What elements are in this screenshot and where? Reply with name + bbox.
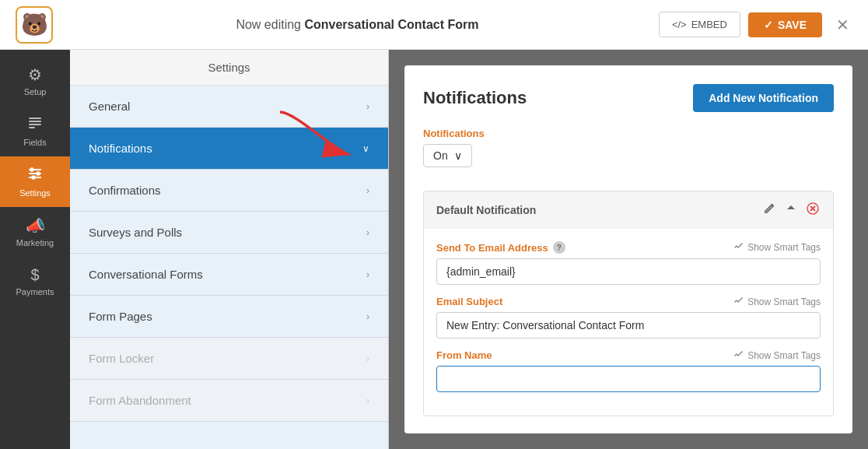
fields-icon bbox=[27, 115, 43, 135]
marketing-icon: 📣 bbox=[26, 216, 45, 235]
from-name-label: From Name bbox=[436, 349, 492, 361]
payments-icon: $ bbox=[30, 266, 39, 284]
svg-point-8 bbox=[37, 172, 40, 175]
sidebar-item-settings[interactable]: Settings bbox=[0, 156, 70, 207]
email-subject-group: Email Subject Show Smart Tags bbox=[436, 296, 821, 339]
notifications-value: On bbox=[433, 149, 448, 162]
email-subject-header: Email Subject Show Smart Tags bbox=[436, 296, 821, 307]
from-name-smart-tags[interactable]: Show Smart Tags bbox=[733, 350, 821, 361]
editing-prefix: Now editing bbox=[236, 18, 301, 31]
notifications-panel: Notifications Add New Notification Notif… bbox=[404, 65, 852, 433]
main-layout: ⚙ Setup Fields bbox=[0, 50, 868, 449]
menu-label-surveys: Surveys and Polls bbox=[89, 226, 182, 239]
svg-rect-3 bbox=[29, 127, 35, 128]
close-button[interactable]: ✕ bbox=[830, 12, 856, 37]
menu-label-notifications: Notifications bbox=[89, 142, 152, 155]
form-name: Conversational Contact Form bbox=[304, 18, 478, 31]
save-button[interactable]: ✓ SAVE bbox=[748, 12, 822, 37]
chevron-right-icon-conv: › bbox=[366, 269, 369, 280]
email-subject-smart-tags[interactable]: Show Smart Tags bbox=[733, 296, 821, 307]
send-to-email-header: Send To Email Address ? Show Smart Tags bbox=[436, 241, 821, 254]
menu-item-form-abandonment: Form Abandonment › bbox=[70, 380, 388, 422]
sidebar-item-payments[interactable]: $ Payments bbox=[0, 257, 70, 306]
smart-tags-label-subject: Show Smart Tags bbox=[747, 296, 821, 307]
settings-label: Settings bbox=[19, 188, 51, 198]
svg-rect-0 bbox=[29, 118, 41, 119]
menu-item-surveys-polls[interactable]: Surveys and Polls › bbox=[70, 212, 388, 254]
svg-rect-2 bbox=[29, 124, 41, 125]
email-subject-text: Email Subject bbox=[436, 296, 502, 307]
embed-icon: </> bbox=[672, 19, 687, 30]
notifications-select[interactable]: On ∨ bbox=[423, 144, 472, 167]
email-subject-label: Email Subject bbox=[436, 296, 502, 307]
from-name-header: From Name Show Smart Tags bbox=[436, 349, 821, 361]
content-area: Notifications Add New Notification Notif… bbox=[389, 50, 868, 449]
menu-label-form-abandonment: Form Abandonment bbox=[89, 394, 191, 407]
notification-body: Send To Email Address ? Show Smart Tags bbox=[424, 229, 833, 416]
add-new-notification-button[interactable]: Add New Notification bbox=[693, 84, 834, 112]
notifications-toggle-group: Notifications On ∨ bbox=[423, 128, 834, 180]
marketing-label: Marketing bbox=[16, 238, 54, 247]
embed-label: EMBED bbox=[691, 19, 727, 30]
smart-tags-label-email: Show Smart Tags bbox=[747, 242, 821, 253]
logo-bear-icon: 🐻 bbox=[16, 6, 53, 44]
send-to-email-input[interactable] bbox=[436, 258, 821, 285]
send-to-email-smart-tags[interactable]: Show Smart Tags bbox=[733, 242, 821, 253]
svg-rect-1 bbox=[29, 121, 41, 122]
chevron-right-icon-pages: › bbox=[366, 311, 369, 322]
menu-item-form-locker: Form Locker › bbox=[70, 338, 388, 380]
chevron-right-icon-locker: › bbox=[366, 353, 369, 364]
email-subject-input[interactable] bbox=[436, 312, 821, 339]
chevron-down-icon-select: ∨ bbox=[454, 149, 462, 162]
chevron-right-icon-abandonment: › bbox=[366, 395, 369, 406]
menu-label-confirmations: Confirmations bbox=[89, 184, 161, 197]
menu-item-confirmations[interactable]: Confirmations › bbox=[70, 170, 388, 212]
smart-tags-label-from: Show Smart Tags bbox=[747, 350, 821, 361]
svg-point-7 bbox=[30, 168, 33, 171]
from-name-group: From Name Show Smart Tags bbox=[436, 349, 821, 392]
move-up-notification-button[interactable] bbox=[783, 201, 799, 219]
top-bar: 🐻 Now editing Conversational Contact For… bbox=[0, 0, 868, 50]
embed-button[interactable]: </> EMBED bbox=[659, 12, 740, 37]
logo: 🐻 bbox=[12, 3, 56, 47]
menu-label-general: General bbox=[89, 100, 130, 113]
chevron-down-icon: ∨ bbox=[362, 143, 369, 154]
panel-title: Notifications bbox=[423, 88, 527, 108]
chevron-right-icon: › bbox=[366, 101, 369, 112]
sidebar-item-marketing[interactable]: 📣 Marketing bbox=[0, 207, 70, 257]
notification-block-header: Default Notification bbox=[424, 191, 833, 229]
settings-sidebar-title: Settings bbox=[70, 50, 388, 86]
menu-item-general[interactable]: General › bbox=[70, 86, 388, 128]
menu-item-form-pages[interactable]: Form Pages › bbox=[70, 296, 388, 338]
menu-item-conversational-forms[interactable]: Conversational Forms › bbox=[70, 254, 388, 296]
icon-sidebar: ⚙ Setup Fields bbox=[0, 50, 70, 449]
editing-title: Now editing Conversational Contact Form bbox=[56, 18, 659, 32]
settings-menu: General › Notifications ∨ Confirmatio bbox=[70, 86, 388, 449]
notification-actions bbox=[761, 201, 821, 219]
from-name-input[interactable] bbox=[436, 366, 821, 392]
menu-item-notifications[interactable]: Notifications ∨ bbox=[70, 128, 388, 170]
send-to-email-label: Send To Email Address ? bbox=[436, 241, 565, 254]
svg-point-9 bbox=[32, 176, 35, 179]
setup-label: Setup bbox=[24, 87, 47, 96]
save-label: SAVE bbox=[778, 19, 807, 31]
notifications-field-label: Notifications bbox=[423, 128, 834, 139]
panel-header: Notifications Add New Notification bbox=[423, 84, 834, 112]
payments-label: Payments bbox=[16, 287, 54, 296]
setup-icon: ⚙ bbox=[28, 65, 42, 84]
chevron-right-icon-surveys: › bbox=[366, 227, 369, 238]
default-notification-block: Default Notification bbox=[423, 191, 834, 416]
check-icon: ✓ bbox=[764, 19, 773, 31]
sidebar-item-fields[interactable]: Fields bbox=[0, 106, 70, 156]
menu-label-form-locker: Form Locker bbox=[89, 352, 154, 365]
sidebar-item-setup[interactable]: ⚙ Setup bbox=[0, 56, 70, 106]
send-to-email-info-icon[interactable]: ? bbox=[553, 241, 565, 254]
settings-sidebar: Settings General › Notifications ∨ bbox=[70, 50, 389, 449]
edit-notification-button[interactable] bbox=[761, 201, 777, 219]
notification-block-title: Default Notification bbox=[436, 204, 536, 216]
delete-notification-button[interactable] bbox=[805, 201, 821, 219]
chevron-right-icon-confirmations: › bbox=[366, 185, 369, 196]
send-to-email-group: Send To Email Address ? Show Smart Tags bbox=[436, 241, 821, 285]
send-to-email-text: Send To Email Address bbox=[436, 242, 548, 254]
fields-label: Fields bbox=[23, 138, 46, 147]
